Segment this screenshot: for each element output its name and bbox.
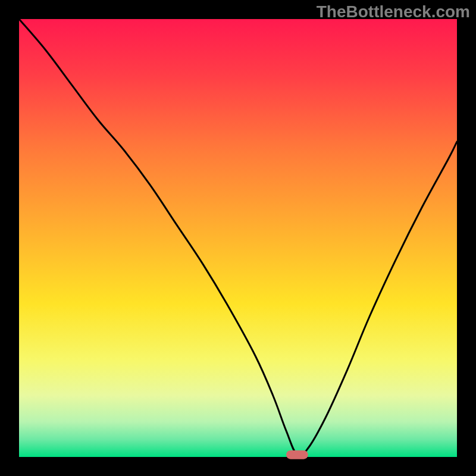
- optimal-point-marker: [286, 450, 308, 459]
- chart-container: TheBottleneck.com: [0, 0, 476, 476]
- bottleneck-chart: [0, 0, 476, 476]
- watermark-text: TheBottleneck.com: [317, 2, 470, 21]
- chart-plot-area: [19, 19, 457, 457]
